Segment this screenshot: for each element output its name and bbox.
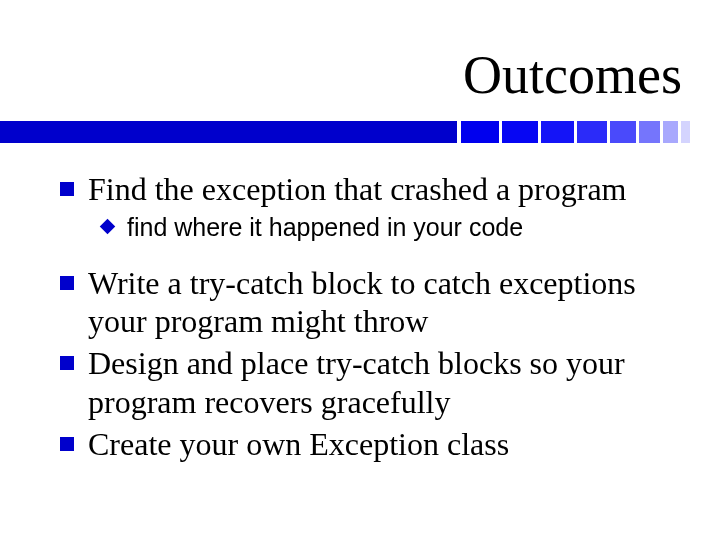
- slide: Outcomes Find the exception that crashed…: [0, 0, 720, 540]
- accent-bar-segment: [541, 121, 574, 143]
- bullet-text: Design and place try-catch blocks so you…: [88, 344, 680, 421]
- accent-bar-segment: [639, 121, 660, 143]
- bullet-item-3: Design and place try-catch blocks so you…: [60, 344, 680, 421]
- bullet-text: Find the exception that crashed a progra…: [88, 170, 626, 208]
- accent-bar-segment: [610, 121, 636, 143]
- sub-bullet-text: find where it happened in your code: [127, 212, 523, 243]
- sub-bullet-item-1: find where it happened in your code: [102, 212, 680, 243]
- slide-title: Outcomes: [463, 44, 682, 106]
- bullet-item-2: Write a try-catch block to catch excepti…: [60, 264, 680, 341]
- accent-bar: [0, 121, 720, 143]
- bullet-text: Create your own Exception class: [88, 425, 509, 463]
- accent-bar-segment: [577, 121, 607, 143]
- diamond-bullet-icon: [100, 219, 116, 235]
- accent-bar-segment: [681, 121, 690, 143]
- bullet-item-4: Create your own Exception class: [60, 425, 680, 463]
- square-bullet-icon: [60, 276, 74, 290]
- bullet-item-1: Find the exception that crashed a progra…: [60, 170, 680, 208]
- content-area: Find the exception that crashed a progra…: [60, 170, 680, 468]
- bullet-text: Write a try-catch block to catch excepti…: [88, 264, 680, 341]
- accent-bar-segment: [461, 121, 499, 143]
- accent-bar-solid: [0, 121, 457, 143]
- square-bullet-icon: [60, 437, 74, 451]
- square-bullet-icon: [60, 356, 74, 370]
- accent-bar-segment: [663, 121, 678, 143]
- square-bullet-icon: [60, 182, 74, 196]
- accent-bar-segment: [502, 121, 538, 143]
